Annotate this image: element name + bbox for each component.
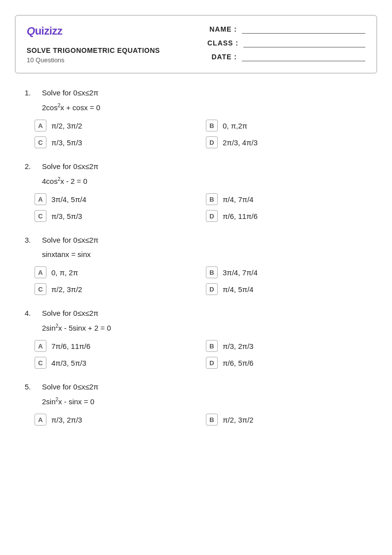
q4-number: 4. xyxy=(25,309,37,317)
q2-option-d: D π/6, 11π/6 xyxy=(206,210,367,222)
q2-instruction: Solve for 0≤x≤2π xyxy=(42,162,98,171)
date-field-row: DATE : xyxy=(207,52,365,61)
q3-label-d: D xyxy=(206,283,218,295)
q2-text-c: π/3, 5π/3 xyxy=(51,212,82,220)
question-2: 2. Solve for 0≤x≤2π 4cos2x - 2 = 0 A 3π/… xyxy=(25,162,367,222)
name-field-row: NAME : xyxy=(207,25,365,34)
q1-label-c: C xyxy=(35,136,46,148)
q1-label-a: A xyxy=(35,120,46,131)
q5-equation: 2sin2x - sinx = 0 xyxy=(42,397,367,406)
date-line xyxy=(242,52,365,61)
q3-option-b: B 3π/4, 7π/4 xyxy=(206,266,367,278)
q2-label-b: B xyxy=(206,193,218,205)
q1-text-b: 0, π,2π xyxy=(223,122,247,130)
q4-label-c: C xyxy=(35,357,46,369)
class-field-row: CLASS : xyxy=(207,39,365,47)
q5-number: 5. xyxy=(25,383,37,391)
q3-instruction: Solve for 0≤x≤2π xyxy=(42,236,98,244)
logo-q: Q xyxy=(27,25,35,37)
q4-label-a: A xyxy=(35,340,46,352)
q1-label-d: D xyxy=(206,136,218,148)
page: Quizizz SOLVE TRIGONOMETRIC EQUATIONS 10… xyxy=(0,0,392,555)
q2-text-a: 3π/4, 5π/4 xyxy=(51,195,86,204)
q4-option-b: B π/3, 2π/3 xyxy=(206,340,367,352)
q1-option-c: C π/3, 5π/3 xyxy=(35,136,196,148)
q1-number: 1. xyxy=(25,88,37,97)
q1-row: 1. Solve for 0≤x≤2π xyxy=(25,88,367,100)
q5-options: A π/3, 2π/3 B π/2, 3π/2 xyxy=(35,414,367,426)
q1-instruction: Solve for 0≤x≤2π xyxy=(42,88,98,97)
class-label: CLASS : xyxy=(207,39,238,47)
q2-text-d: π/6, 11π/6 xyxy=(223,212,258,220)
q3-label-c: C xyxy=(35,283,46,295)
q4-option-d: D π/6, 5π/6 xyxy=(206,357,367,369)
q4-option-c: C 4π/3, 5π/3 xyxy=(35,357,196,369)
q5-label-b: B xyxy=(206,414,218,426)
q5-label-a: A xyxy=(35,414,46,426)
q2-row: 2. Solve for 0≤x≤2π xyxy=(25,162,367,173)
q2-options: A 3π/4, 5π/4 B π/4, 7π/4 C π/3, 5π/3 D π… xyxy=(35,193,367,222)
q3-number: 3. xyxy=(25,236,37,244)
q4-row: 4. Solve for 0≤x≤2π xyxy=(25,309,367,320)
q2-text-b: π/4, 7π/4 xyxy=(223,195,253,204)
q1-equation: 2cos2x + cosx = 0 xyxy=(42,103,367,112)
q1-option-d: D 2π/3, 4π/3 xyxy=(206,136,367,148)
q4-instruction: Solve for 0≤x≤2π xyxy=(42,309,98,317)
quiz-info: SOLVE TRIGONOMETRIC EQUATIONS 10 Questio… xyxy=(27,46,160,64)
q5-instruction: Solve for 0≤x≤2π xyxy=(42,383,98,391)
q2-option-a: A 3π/4, 5π/4 xyxy=(35,193,196,205)
q3-option-c: C π/2, 3π/2 xyxy=(35,283,196,295)
q4-label-b: B xyxy=(206,340,218,352)
header-box: Quizizz SOLVE TRIGONOMETRIC EQUATIONS 10… xyxy=(15,15,377,74)
logo: Quizizz xyxy=(27,25,160,38)
question-5: 5. Solve for 0≤x≤2π 2sin2x - sinx = 0 A … xyxy=(25,383,367,426)
q4-equation: 2sin2x - 5sinx + 2 = 0 xyxy=(42,323,367,332)
q3-text-b: 3π/4, 7π/4 xyxy=(223,268,258,277)
header-right: NAME : CLASS : DATE : xyxy=(207,25,365,61)
quiz-title: SOLVE TRIGONOMETRIC EQUATIONS xyxy=(27,46,160,54)
q5-option-b: B π/2, 3π/2 xyxy=(206,414,367,426)
q4-text-a: 7π/6, 11π/6 xyxy=(51,342,90,350)
question-3: 3. Solve for 0≤x≤2π sinxtanx = sinx A 0,… xyxy=(25,236,367,295)
q2-equation: 4cos2x - 2 = 0 xyxy=(42,176,367,185)
q4-text-c: 4π/3, 5π/3 xyxy=(51,359,86,367)
q4-options: A 7π/6, 11π/6 B π/3, 2π/3 C 4π/3, 5π/3 D… xyxy=(35,340,367,369)
q2-option-b: B π/4, 7π/4 xyxy=(206,193,367,205)
q2-label-d: D xyxy=(206,210,218,222)
q2-option-c: C π/3, 5π/3 xyxy=(35,210,196,222)
date-label: DATE : xyxy=(207,53,237,61)
q3-text-c: π/2, 3π/2 xyxy=(51,285,82,294)
question-1: 1. Solve for 0≤x≤2π 2cos2x + cosx = 0 A … xyxy=(25,88,367,148)
q3-label-a: A xyxy=(35,266,46,278)
q1-label-b: B xyxy=(206,120,218,131)
q4-text-d: π/6, 5π/6 xyxy=(223,359,253,367)
q1-text-d: 2π/3, 4π/3 xyxy=(223,138,258,147)
q1-text-a: π/2, 3π/2 xyxy=(51,122,82,130)
q2-number: 2. xyxy=(25,162,37,171)
quiz-subtitle: 10 Questions xyxy=(27,56,160,64)
q3-options: A 0, π, 2π B 3π/4, 7π/4 C π/2, 3π/2 D π/… xyxy=(35,266,367,295)
q3-option-d: D π/4, 5π/4 xyxy=(206,283,367,295)
q4-text-b: π/3, 2π/3 xyxy=(223,342,253,350)
q3-row: 3. Solve for 0≤x≤2π xyxy=(25,236,367,247)
questions-section: 1. Solve for 0≤x≤2π 2cos2x + cosx = 0 A … xyxy=(15,88,377,426)
q1-text-c: π/3, 5π/3 xyxy=(51,138,82,147)
q2-label-c: C xyxy=(35,210,46,222)
q5-text-a: π/3, 2π/3 xyxy=(51,416,82,424)
q5-text-b: π/2, 3π/2 xyxy=(223,416,253,424)
name-label: NAME : xyxy=(207,25,237,33)
q3-option-a: A 0, π, 2π xyxy=(35,266,196,278)
q5-option-a: A π/3, 2π/3 xyxy=(35,414,196,426)
q4-label-d: D xyxy=(206,357,218,369)
name-line xyxy=(242,25,365,34)
q1-options: A π/2, 3π/2 B 0, π,2π C π/3, 5π/3 D 2π/3… xyxy=(35,120,367,148)
q4-option-a: A 7π/6, 11π/6 xyxy=(35,340,196,352)
class-line xyxy=(243,39,365,47)
header-left: Quizizz SOLVE TRIGONOMETRIC EQUATIONS 10… xyxy=(27,25,160,64)
q2-label-a: A xyxy=(35,193,46,205)
q5-row: 5. Solve for 0≤x≤2π xyxy=(25,383,367,394)
q3-equation: sinxtanx = sinx xyxy=(42,250,367,258)
logo-text: Quizizz xyxy=(27,25,62,38)
q3-text-a: 0, π, 2π xyxy=(51,268,78,277)
q3-label-b: B xyxy=(206,266,218,278)
